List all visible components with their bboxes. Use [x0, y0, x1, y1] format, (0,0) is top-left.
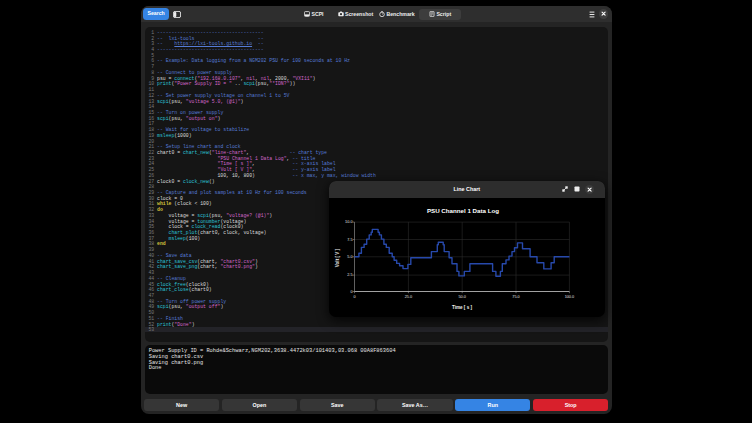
svg-text:5.0: 5.0 [347, 255, 352, 259]
svg-text:2.5: 2.5 [347, 273, 352, 277]
svg-text:25.0: 25.0 [405, 294, 412, 298]
svg-text:Volt [ V ]: Volt [ V ] [335, 248, 340, 267]
svg-text:7.5: 7.5 [347, 237, 352, 241]
svg-text:0: 0 [350, 289, 352, 293]
svg-text:75.0: 75.0 [512, 294, 519, 298]
svg-text:Time [ s ]: Time [ s ] [452, 304, 473, 309]
svg-text:0: 0 [353, 294, 355, 298]
svg-text:50.0: 50.0 [459, 294, 466, 298]
svg-text:10.0: 10.0 [345, 220, 352, 224]
svg-text:100.0: 100.0 [565, 294, 575, 298]
svg-text:PSU Channel 1 Data Log: PSU Channel 1 Data Log [427, 207, 499, 214]
